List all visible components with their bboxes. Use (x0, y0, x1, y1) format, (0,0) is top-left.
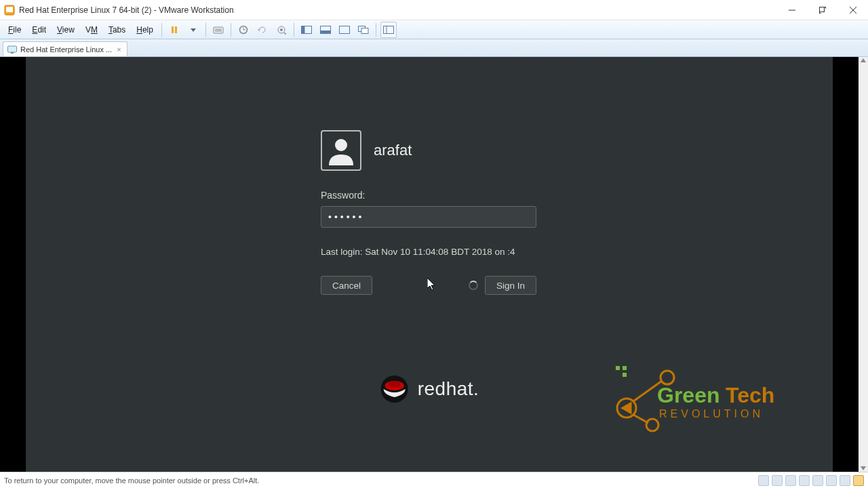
close-button[interactable] (837, 0, 868, 20)
password-input[interactable] (321, 206, 536, 228)
svg-rect-1 (6, 7, 13, 12)
svg-rect-40 (616, 366, 620, 370)
cancel-button[interactable]: Cancel (321, 276, 372, 295)
svg-rect-26 (383, 26, 393, 33)
svg-point-30 (335, 139, 347, 151)
svg-marker-35 (623, 403, 631, 413)
person-icon (326, 136, 356, 165)
svg-point-33 (389, 381, 401, 388)
tray-message-icon[interactable] (853, 475, 864, 486)
menu-tabs[interactable]: Tabs (103, 23, 131, 37)
svg-rect-42 (623, 373, 627, 377)
maximize-button[interactable] (807, 0, 837, 20)
svg-line-39 (633, 415, 648, 423)
scroll-up-icon[interactable] (861, 58, 866, 62)
login-prompt: arafat Password: Last login: Sat Nov 10 … (321, 130, 538, 295)
app-icon (4, 5, 15, 16)
menu-edit[interactable]: Edit (26, 23, 52, 37)
watermark: GreenTech REVOLUTION (606, 361, 816, 438)
vm-scrollbar[interactable] (859, 57, 868, 472)
svg-point-37 (646, 419, 658, 431)
separator (205, 23, 206, 37)
svg-marker-10 (191, 28, 196, 32)
manage-snapshot-button[interactable] (273, 22, 290, 38)
tray-printer-icon[interactable] (826, 475, 837, 486)
thumbnail-view-button[interactable] (317, 22, 334, 38)
svg-rect-9 (175, 26, 177, 33)
unity-button[interactable] (355, 22, 372, 38)
menu-vm[interactable]: VM (80, 23, 103, 37)
window-titlebar: Red Hat Enterprise Linux 7 64-bit (2) - … (0, 0, 868, 20)
svg-rect-20 (301, 26, 304, 33)
last-login-text: Last login: Sat Nov 10 11:04:08 BDT 2018… (321, 247, 538, 257)
tray-network-icon[interactable] (785, 475, 796, 486)
tray-sound-icon[interactable] (812, 475, 823, 486)
password-label: Password: (321, 190, 538, 201)
minimize-button[interactable] (776, 0, 807, 20)
svg-rect-23 (339, 26, 349, 33)
redhat-brand: redhat. (380, 374, 479, 404)
scroll-down-icon[interactable] (861, 466, 866, 470)
svg-rect-41 (623, 366, 627, 370)
snapshot-button[interactable] (235, 22, 252, 38)
window-title: Red Hat Enterprise Linux 7 64-bit (2) - … (19, 5, 776, 15)
user-avatar (321, 130, 361, 171)
svg-point-36 (660, 371, 674, 384)
username-label: arafat (374, 142, 412, 159)
vm-tab-icon (7, 45, 17, 54)
svg-point-18 (280, 28, 283, 31)
svg-rect-29 (11, 52, 14, 54)
menu-view[interactable]: View (52, 23, 80, 37)
svg-rect-28 (8, 46, 17, 52)
loading-spinner-icon (469, 281, 478, 290)
redhat-icon (380, 374, 410, 404)
svg-rect-12 (215, 28, 222, 32)
statusbar: To return to your computer, move the mou… (0, 472, 868, 488)
power-dropdown[interactable] (185, 22, 201, 38)
separator (161, 23, 162, 37)
separator (294, 23, 294, 37)
tray-display-icon[interactable] (840, 475, 850, 486)
revert-snapshot-button[interactable] (254, 22, 271, 38)
menubar: File Edit View VM Tabs Help (0, 20, 868, 39)
vm-tabstrip: Red Hat Enterprise Linux ... × (0, 39, 868, 57)
suspend-button[interactable] (166, 22, 182, 38)
separator (231, 23, 231, 37)
tray-hdd-icon[interactable] (758, 475, 769, 486)
svg-rect-8 (172, 26, 174, 33)
svg-marker-16 (258, 28, 260, 32)
sign-in-button[interactable]: Sign In (485, 276, 536, 295)
fullscreen-button[interactable] (336, 22, 353, 38)
vm-tab-label: Red Hat Enterprise Linux ... (20, 45, 112, 54)
console-view-button[interactable] (298, 22, 315, 38)
redhat-text: redhat. (418, 378, 479, 400)
statusbar-tray (758, 475, 864, 486)
vm-tab[interactable]: Red Hat Enterprise Linux ... × (3, 41, 127, 56)
send-cad-button[interactable] (210, 22, 226, 38)
menu-help[interactable]: Help (131, 23, 159, 37)
vm-display-area: arafat Password: Last login: Sat Nov 10 … (0, 57, 868, 472)
statusbar-hint: To return to your computer, move the mou… (4, 476, 259, 485)
svg-rect-22 (320, 30, 330, 34)
separator (376, 23, 376, 37)
tray-cd-icon[interactable] (772, 475, 783, 486)
svg-rect-4 (821, 8, 826, 14)
svg-text:Green: Green (657, 383, 719, 407)
tray-usb-icon[interactable] (799, 475, 810, 486)
vm-tab-close[interactable]: × (115, 45, 122, 54)
menu-file[interactable]: File (3, 23, 26, 37)
vm-console[interactable]: arafat Password: Last login: Sat Nov 10 … (26, 57, 833, 472)
svg-rect-25 (361, 28, 368, 33)
library-button[interactable] (380, 22, 397, 38)
svg-text:REVOLUTION: REVOLUTION (659, 408, 764, 420)
svg-text:Tech: Tech (726, 383, 774, 407)
